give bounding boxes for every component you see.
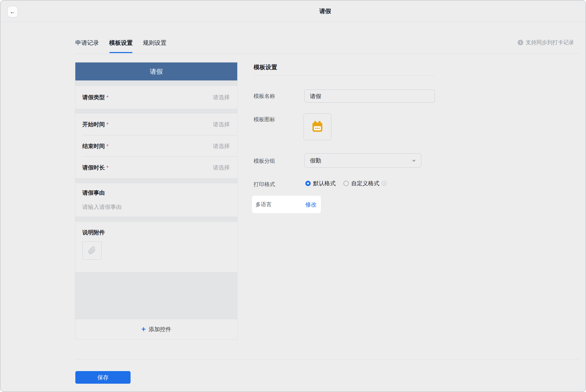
field-label: 请假事由 [82, 190, 105, 196]
selected-group-value: 假勤 [310, 157, 321, 164]
required-mark: * [106, 94, 109, 100]
radio-selected-icon [305, 181, 311, 186]
top-bar: ← 请假 [1, 1, 585, 22]
plus-icon: + [142, 326, 146, 333]
add-control-label: 添加控件 [149, 326, 171, 333]
field-placeholder: 请选择 [213, 164, 230, 171]
multilang-label: 多语言 [255, 201, 272, 208]
multilang-row: 多语言 修改 [252, 196, 321, 213]
radio-unselected-icon [343, 181, 349, 186]
template-name-input[interactable] [304, 90, 435, 103]
radio-label: 自定义格式 [351, 180, 379, 187]
tab-template-settings[interactable]: 模板设置 [109, 38, 133, 48]
template-icon-label: 模板图标 [254, 116, 275, 123]
field-label: 说明附件 [82, 229, 105, 235]
template-group-label: 模板分组 [254, 157, 275, 165]
radio-custom-format[interactable]: 自定义格式 i [343, 180, 387, 187]
required-mark: * [106, 143, 109, 149]
app-window: ← 请假 申请记录 模板设置 规则设置 i 支持同步到打卡记录 请假 请假类型*… [0, 0, 586, 392]
section-gap [75, 109, 237, 113]
print-format-label: 打印格式 [254, 181, 275, 188]
back-arrow-icon: ← [10, 9, 16, 15]
template-icon-button[interactable] [303, 113, 331, 140]
sync-hint: i 支持同步到打卡记录 [518, 39, 574, 45]
field-attachment[interactable]: 说明附件 [75, 222, 237, 272]
field-start-time[interactable]: 开始时间* 请选择 [75, 113, 237, 135]
footer-divider [75, 360, 579, 360]
required-mark: * [106, 165, 109, 171]
field-leave-duration[interactable]: 请假时长* 请选择 [75, 157, 237, 178]
template-name-label: 模板名称 [254, 93, 275, 100]
field-end-time[interactable]: 结束时间* 请选择 [75, 135, 237, 157]
calendar-icon [310, 120, 324, 134]
tab-bar: 申请记录 模板设置 规则设置 [75, 38, 166, 48]
field-placeholder: 请选择 [213, 142, 230, 150]
paperclip-icon [88, 246, 96, 254]
tab-rule-settings[interactable]: 规则设置 [143, 38, 166, 48]
add-attachment-button[interactable] [82, 241, 102, 260]
field-label: 请假类型* [82, 94, 109, 101]
field-leave-reason[interactable]: 请假事由 请输入请假事由 [75, 183, 237, 217]
reason-placeholder: 请输入请假事由 [82, 203, 230, 211]
page-title: 请假 [319, 7, 331, 15]
section-gap [75, 80, 237, 86]
add-control-button[interactable]: + 添加控件 [75, 319, 237, 339]
save-button[interactable]: 保存 [75, 371, 131, 384]
tab-application-records[interactable]: 申请记录 [75, 38, 99, 48]
field-label: 请假时长* [82, 164, 109, 171]
field-label: 开始时间* [82, 121, 109, 128]
back-button[interactable]: ← [7, 6, 18, 17]
settings-divider [254, 75, 435, 76]
section-gap [75, 178, 237, 183]
tabbar-divider [75, 54, 579, 54]
required-mark: * [106, 121, 109, 127]
preview-form-title: 请假 [75, 62, 237, 80]
field-leave-type[interactable]: 请假类型* 请选择 [75, 86, 237, 109]
section-gap [75, 217, 237, 222]
print-format-options: 默认格式 自定义格式 i [305, 180, 387, 187]
info-outline-icon: i [382, 181, 387, 186]
settings-title: 模板设置 [254, 63, 277, 71]
radio-label: 默认格式 [313, 180, 336, 187]
sync-hint-text: 支持同步到打卡记录 [526, 39, 574, 46]
radio-default-format[interactable]: 默认格式 [305, 180, 336, 187]
chevron-down-icon [411, 158, 416, 163]
preview-empty-area [75, 272, 237, 319]
field-placeholder: 请选择 [213, 94, 230, 101]
info-icon: i [518, 40, 523, 45]
field-placeholder: 请选择 [213, 121, 230, 128]
form-preview-panel: 请假 请假类型* 请选择 开始时间* 请选择 结束时间* 请选择 请假时长* 请… [75, 62, 237, 339]
field-label: 结束时间* [82, 142, 109, 150]
template-group-select[interactable]: 假勤 [304, 153, 421, 168]
template-settings-panel: 模板设置 模板名称 模板图标 模板分组 假勤 打 [254, 63, 583, 216]
multilang-edit-link[interactable]: 修改 [305, 201, 317, 208]
